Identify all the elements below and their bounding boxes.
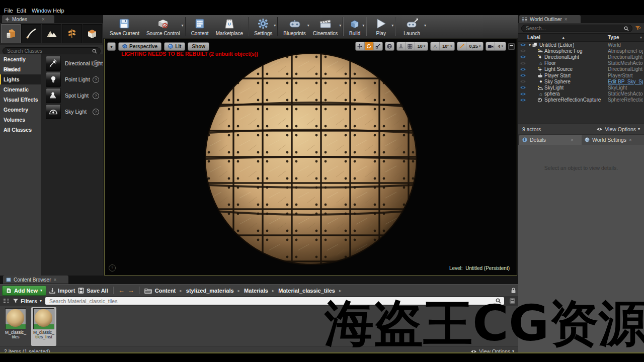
outliner-search-input[interactable] bbox=[525, 25, 624, 32]
camera-speed-icon[interactable] bbox=[486, 42, 495, 50]
eye-icon[interactable] bbox=[518, 92, 527, 96]
eye-hidden-icon[interactable] bbox=[518, 61, 527, 65]
breadcrumb-content[interactable]: Content bbox=[155, 288, 176, 294]
tab-world-settings[interactable]: World Settings × bbox=[582, 135, 644, 145]
asset-m-classic-tiles[interactable]: M_classic_tiles bbox=[3, 307, 28, 346]
column-type[interactable]: Type bbox=[608, 35, 619, 40]
close-icon[interactable]: × bbox=[629, 137, 632, 143]
marketplace-button[interactable]: Marketplace bbox=[212, 15, 247, 38]
tab-details[interactable]: Details × bbox=[519, 135, 585, 145]
forward-button[interactable]: → bbox=[128, 287, 134, 294]
close-icon[interactable]: × bbox=[571, 137, 574, 143]
level-viewport[interactable]: ▾ Perspective Lit Show bbox=[104, 39, 517, 276]
chevron-down-icon[interactable]: ▾ bbox=[424, 23, 426, 28]
back-button[interactable]: ← bbox=[118, 287, 125, 294]
rotate-tool-icon[interactable] bbox=[365, 42, 374, 50]
scale-snap-value[interactable]: 0,25▾ bbox=[466, 42, 483, 50]
menu-window[interactable]: Window bbox=[32, 8, 51, 14]
filters-button[interactable]: Filters ▾ bbox=[13, 298, 42, 304]
breadcrumb-stylized-materials[interactable]: stylized_materials bbox=[186, 288, 234, 294]
blueprints-button[interactable]: Blueprints ▾ bbox=[280, 15, 309, 38]
column-label[interactable]: Label bbox=[518, 35, 540, 40]
outliner-filter-icon[interactable] bbox=[635, 26, 641, 31]
sources-panel-icon[interactable] bbox=[3, 298, 10, 304]
maximize-viewport-icon[interactable] bbox=[508, 43, 515, 50]
outliner-row-player-start[interactable]: Player Start PlayerStart bbox=[518, 72, 644, 78]
help-icon[interactable]: ? bbox=[93, 109, 99, 115]
lock-icon[interactable] bbox=[511, 288, 516, 294]
build-button[interactable]: Build ▾ bbox=[345, 15, 364, 38]
menu-help[interactable]: Help bbox=[53, 8, 64, 14]
placeable-point-light[interactable]: Point Light ? bbox=[41, 71, 103, 87]
breadcrumb-materials[interactable]: Materials bbox=[244, 288, 268, 294]
rotation-snap-icon[interactable]: △ bbox=[431, 42, 440, 50]
placeable-directional-light[interactable]: Directional Light ? bbox=[41, 55, 103, 71]
play-button[interactable]: Play ▾ bbox=[368, 15, 393, 38]
asset-m-classic-tiles-inst[interactable]: M_classic_tiles_Inst bbox=[31, 307, 56, 346]
mode-place-button[interactable] bbox=[1, 24, 21, 43]
tab-content-browser[interactable]: Content Browser × bbox=[3, 276, 68, 284]
surface-snap-icon[interactable] bbox=[397, 42, 406, 50]
grid-snap-icon[interactable] bbox=[406, 42, 415, 50]
viewport-help-icon[interactable]: ? bbox=[109, 264, 116, 272]
close-icon[interactable]: × bbox=[53, 277, 56, 283]
placeable-spot-light[interactable]: Spot Light ? bbox=[41, 87, 103, 104]
close-icon[interactable]: × bbox=[565, 17, 568, 22]
modes-search-input[interactable] bbox=[6, 48, 92, 54]
category-cinematic[interactable]: Cinematic bbox=[0, 84, 41, 95]
cinematics-button[interactable]: Cinematics ▾ bbox=[309, 15, 341, 38]
eye-hidden-icon[interactable] bbox=[518, 79, 527, 83]
close-icon[interactable]: × bbox=[42, 17, 45, 22]
content-button[interactable]: Content bbox=[188, 15, 212, 38]
move-tool-icon[interactable] bbox=[356, 42, 365, 50]
viewport-options-dropdown[interactable]: ▾ bbox=[107, 42, 116, 51]
chevron-down-icon[interactable]: ▾ bbox=[274, 23, 276, 28]
settings-button[interactable]: Settings ▾ bbox=[251, 15, 276, 38]
chevron-down-icon[interactable]: ▾ bbox=[391, 23, 393, 28]
outliner-row-sky-sphere[interactable]: ● Sky Sphere Edit BP_Sky_Sph bbox=[518, 78, 644, 84]
modes-search[interactable] bbox=[3, 47, 101, 55]
category-geometry[interactable]: Geometry bbox=[0, 105, 41, 115]
menu-edit[interactable]: Edit bbox=[17, 8, 26, 14]
category-volumes[interactable]: Volumes bbox=[0, 115, 41, 125]
add-new-button[interactable]: Add New ▾ bbox=[2, 286, 46, 296]
edit-blueprint-link[interactable]: Edit BP_Sky_Sph bbox=[608, 79, 643, 84]
lit-mode-button[interactable]: Lit bbox=[164, 42, 185, 51]
outliner-row-directionallight[interactable]: DirectionalLight DirectionalLight bbox=[518, 54, 644, 60]
eye-icon[interactable] bbox=[518, 85, 527, 89]
outliner-row-untitled[interactable]: ▾ Untitled (Editor) World bbox=[518, 42, 644, 48]
chevron-down-icon[interactable]: ▾ bbox=[182, 23, 184, 28]
menu-file[interactable]: File bbox=[4, 8, 13, 14]
mode-paint-button[interactable] bbox=[21, 24, 41, 43]
outliner-row-spherereflectioncapture[interactable]: SphereReflectionCapture SphereReflection… bbox=[518, 97, 644, 103]
scale-tool-icon[interactable] bbox=[374, 42, 382, 50]
save-current-button[interactable]: Save Current bbox=[106, 15, 143, 38]
eye-hidden-icon[interactable] bbox=[518, 49, 527, 53]
expander-icon[interactable]: ▾ bbox=[527, 43, 532, 47]
mode-geometry-button[interactable] bbox=[83, 24, 102, 43]
category-lights[interactable]: Lights bbox=[0, 74, 41, 84]
breadcrumb-material-classic-tiles[interactable]: Material_classic_tiles bbox=[278, 288, 335, 294]
chevron-down-icon[interactable]: ▾ bbox=[339, 23, 341, 28]
source-control-button[interactable]: Source Control ▾ bbox=[143, 15, 184, 38]
eye-icon[interactable] bbox=[518, 55, 527, 59]
save-all-button[interactable]: Save All bbox=[78, 288, 108, 294]
show-menu-button[interactable]: Show bbox=[188, 42, 209, 51]
launch-button[interactable]: Launch ▾ bbox=[397, 15, 426, 38]
eye-icon[interactable] bbox=[518, 98, 527, 102]
rotation-snap-value[interactable]: 10°▾ bbox=[440, 42, 454, 50]
eye-icon[interactable] bbox=[518, 67, 527, 71]
category-all-classes[interactable]: All Classes bbox=[0, 125, 41, 135]
tab-world-outliner[interactable]: World Outliner × bbox=[519, 15, 581, 23]
outliner-search[interactable] bbox=[521, 25, 632, 32]
scale-snap-icon[interactable] bbox=[457, 42, 466, 50]
outliner-row-light-source[interactable]: Light Source DirectionalLight bbox=[518, 66, 644, 72]
outliner-row-atmospheric-fog[interactable]: Atmospheric Fog AtmosphericFog bbox=[518, 48, 644, 54]
grid-snap-value[interactable]: 10▾ bbox=[415, 42, 428, 50]
mode-landscape-button[interactable] bbox=[42, 24, 61, 43]
import-button[interactable]: Import bbox=[49, 288, 75, 294]
chevron-down-icon[interactable]: ▾ bbox=[640, 35, 642, 40]
mode-foliage-button[interactable] bbox=[62, 24, 82, 43]
eye-icon[interactable] bbox=[518, 73, 527, 77]
outliner-view-options[interactable]: View Options ▾ bbox=[596, 126, 640, 132]
